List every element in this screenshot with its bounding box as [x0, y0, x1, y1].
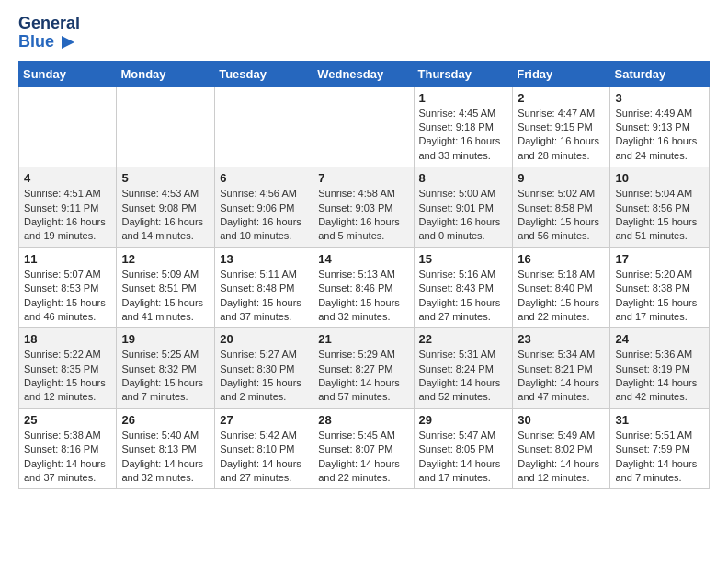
day-number: 9 [518, 171, 605, 185]
day-number: 7 [318, 171, 408, 185]
day-info: Sunrise: 5:18 AM Sunset: 8:40 PM Dayligh… [518, 268, 605, 325]
day-number: 19 [121, 332, 210, 346]
weekday-header-thursday: Thursday [414, 61, 513, 86]
day-number: 20 [220, 332, 308, 346]
day-info: Sunrise: 5:11 AM Sunset: 8:48 PM Dayligh… [220, 268, 308, 325]
day-info: Sunrise: 4:45 AM Sunset: 9:18 PM Dayligh… [419, 107, 508, 164]
calendar-cell: 13Sunrise: 5:11 AM Sunset: 8:48 PM Dayli… [215, 247, 313, 328]
day-number: 6 [220, 171, 308, 185]
day-number: 12 [121, 252, 210, 266]
page: GeneralBlue SundayMondayTuesdayWednesday… [0, 0, 728, 504]
calendar-week-5: 25Sunrise: 5:38 AM Sunset: 8:16 PM Dayli… [19, 408, 710, 489]
svg-marker-0 [62, 36, 74, 49]
calendar-cell: 7Sunrise: 4:58 AM Sunset: 9:03 PM Daylig… [313, 167, 414, 248]
day-number: 24 [615, 332, 704, 346]
day-number: 1 [419, 91, 508, 105]
calendar-cell: 28Sunrise: 5:45 AM Sunset: 8:07 PM Dayli… [313, 408, 414, 489]
calendar-header: SundayMondayTuesdayWednesdayThursdayFrid… [19, 61, 710, 86]
weekday-header-tuesday: Tuesday [215, 61, 313, 86]
day-number: 10 [615, 171, 704, 185]
calendar-cell [117, 86, 215, 167]
calendar-cell: 23Sunrise: 5:34 AM Sunset: 8:21 PM Dayli… [513, 328, 610, 409]
day-number: 2 [518, 91, 605, 105]
day-number: 30 [518, 413, 605, 427]
calendar-cell [19, 86, 117, 167]
calendar-cell: 22Sunrise: 5:31 AM Sunset: 8:24 PM Dayli… [414, 328, 513, 409]
day-info: Sunrise: 5:42 AM Sunset: 8:10 PM Dayligh… [220, 429, 308, 486]
day-info: Sunrise: 4:49 AM Sunset: 9:13 PM Dayligh… [615, 107, 704, 164]
day-number: 16 [518, 252, 605, 266]
day-info: Sunrise: 5:29 AM Sunset: 8:27 PM Dayligh… [318, 348, 408, 405]
calendar-cell: 26Sunrise: 5:40 AM Sunset: 8:13 PM Dayli… [117, 408, 215, 489]
logo-container: GeneralBlue [18, 15, 80, 52]
weekday-header-sunday: Sunday [19, 61, 117, 86]
day-number: 28 [318, 413, 408, 427]
calendar-cell: 29Sunrise: 5:47 AM Sunset: 8:05 PM Dayli… [414, 408, 513, 489]
calendar-cell: 30Sunrise: 5:49 AM Sunset: 8:02 PM Dayli… [513, 408, 610, 489]
weekday-header-saturday: Saturday [610, 61, 710, 86]
day-number: 18 [24, 332, 111, 346]
day-info: Sunrise: 5:40 AM Sunset: 8:13 PM Dayligh… [121, 429, 210, 486]
calendar-cell: 31Sunrise: 5:51 AM Sunset: 7:59 PM Dayli… [610, 408, 710, 489]
day-info: Sunrise: 5:04 AM Sunset: 8:56 PM Dayligh… [615, 187, 704, 244]
calendar-week-3: 11Sunrise: 5:07 AM Sunset: 8:53 PM Dayli… [19, 247, 710, 328]
day-info: Sunrise: 5:51 AM Sunset: 7:59 PM Dayligh… [615, 429, 704, 486]
day-info: Sunrise: 5:02 AM Sunset: 8:58 PM Dayligh… [518, 187, 605, 244]
calendar-cell: 5Sunrise: 4:53 AM Sunset: 9:08 PM Daylig… [117, 167, 215, 248]
day-number: 21 [318, 332, 408, 346]
day-info: Sunrise: 5:16 AM Sunset: 8:43 PM Dayligh… [419, 268, 508, 325]
day-info: Sunrise: 5:20 AM Sunset: 8:38 PM Dayligh… [615, 268, 704, 325]
day-info: Sunrise: 5:00 AM Sunset: 9:01 PM Dayligh… [419, 187, 508, 244]
day-info: Sunrise: 5:09 AM Sunset: 8:51 PM Dayligh… [121, 268, 210, 325]
calendar-week-2: 4Sunrise: 4:51 AM Sunset: 9:11 PM Daylig… [19, 167, 710, 248]
day-info: Sunrise: 4:56 AM Sunset: 9:06 PM Dayligh… [220, 187, 308, 244]
day-info: Sunrise: 5:49 AM Sunset: 8:02 PM Dayligh… [518, 429, 605, 486]
day-info: Sunrise: 4:53 AM Sunset: 9:08 PM Dayligh… [121, 187, 210, 244]
calendar-cell: 1Sunrise: 4:45 AM Sunset: 9:18 PM Daylig… [414, 86, 513, 167]
calendar-cell: 25Sunrise: 5:38 AM Sunset: 8:16 PM Dayli… [19, 408, 117, 489]
calendar-cell: 27Sunrise: 5:42 AM Sunset: 8:10 PM Dayli… [215, 408, 313, 489]
calendar-cell: 6Sunrise: 4:56 AM Sunset: 9:06 PM Daylig… [215, 167, 313, 248]
calendar-cell [215, 86, 313, 167]
calendar-cell: 14Sunrise: 5:13 AM Sunset: 8:46 PM Dayli… [313, 247, 414, 328]
day-number: 4 [24, 171, 111, 185]
day-number: 29 [419, 413, 508, 427]
calendar-cell: 9Sunrise: 5:02 AM Sunset: 8:58 PM Daylig… [513, 167, 610, 248]
day-number: 8 [419, 171, 508, 185]
weekday-header-monday: Monday [117, 61, 215, 86]
day-info: Sunrise: 5:36 AM Sunset: 8:19 PM Dayligh… [615, 348, 704, 405]
calendar-cell: 18Sunrise: 5:22 AM Sunset: 8:35 PM Dayli… [19, 328, 117, 409]
calendar-cell [313, 86, 414, 167]
calendar-body: 1Sunrise: 4:45 AM Sunset: 9:18 PM Daylig… [19, 86, 710, 489]
calendar-cell: 15Sunrise: 5:16 AM Sunset: 8:43 PM Dayli… [414, 247, 513, 328]
logo-arrow-icon [56, 36, 74, 49]
day-info: Sunrise: 5:31 AM Sunset: 8:24 PM Dayligh… [419, 348, 508, 405]
day-info: Sunrise: 4:47 AM Sunset: 9:15 PM Dayligh… [518, 107, 605, 164]
day-number: 14 [318, 252, 408, 266]
weekday-header-friday: Friday [513, 61, 610, 86]
calendar-cell: 2Sunrise: 4:47 AM Sunset: 9:15 PM Daylig… [513, 86, 610, 167]
day-number: 23 [518, 332, 605, 346]
day-info: Sunrise: 4:58 AM Sunset: 9:03 PM Dayligh… [318, 187, 408, 244]
calendar-cell: 20Sunrise: 5:27 AM Sunset: 8:30 PM Dayli… [215, 328, 313, 409]
calendar-cell: 12Sunrise: 5:09 AM Sunset: 8:51 PM Dayli… [117, 247, 215, 328]
day-info: Sunrise: 5:22 AM Sunset: 8:35 PM Dayligh… [24, 348, 111, 405]
day-info: Sunrise: 4:51 AM Sunset: 9:11 PM Dayligh… [24, 187, 111, 244]
header: GeneralBlue [18, 15, 710, 52]
calendar-cell: 16Sunrise: 5:18 AM Sunset: 8:40 PM Dayli… [513, 247, 610, 328]
day-number: 22 [419, 332, 508, 346]
calendar-cell: 24Sunrise: 5:36 AM Sunset: 8:19 PM Dayli… [610, 328, 710, 409]
logo: GeneralBlue [18, 15, 80, 52]
weekday-header-wednesday: Wednesday [313, 61, 414, 86]
calendar-cell: 11Sunrise: 5:07 AM Sunset: 8:53 PM Dayli… [19, 247, 117, 328]
day-number: 17 [615, 252, 704, 266]
day-info: Sunrise: 5:45 AM Sunset: 8:07 PM Dayligh… [318, 429, 408, 486]
day-info: Sunrise: 5:27 AM Sunset: 8:30 PM Dayligh… [220, 348, 308, 405]
day-number: 26 [121, 413, 210, 427]
logo-text-blue: Blue [18, 33, 74, 52]
calendar-cell: 4Sunrise: 4:51 AM Sunset: 9:11 PM Daylig… [19, 167, 117, 248]
day-number: 15 [419, 252, 508, 266]
day-info: Sunrise: 5:38 AM Sunset: 8:16 PM Dayligh… [24, 429, 111, 486]
weekday-row: SundayMondayTuesdayWednesdayThursdayFrid… [19, 61, 710, 86]
day-info: Sunrise: 5:13 AM Sunset: 8:46 PM Dayligh… [318, 268, 408, 325]
